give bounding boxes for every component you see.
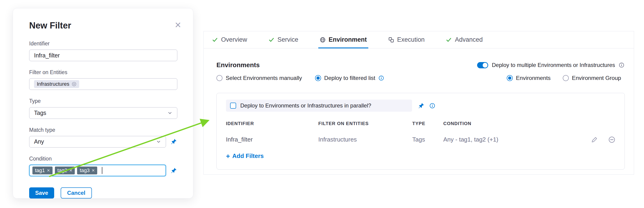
tag-chip-label: tag3: [80, 168, 90, 173]
type-field-group: Type Tags: [29, 98, 177, 118]
entity-chip-label: Infrastructures: [37, 82, 70, 87]
multi-env-toggle[interactable]: [477, 62, 488, 68]
col-header-type: TYPE: [412, 121, 443, 126]
remove-chip-icon[interactable]: [72, 82, 76, 86]
radio-icon[interactable]: [563, 75, 569, 81]
env-scope-radio-group: Environments Environment Group: [507, 75, 621, 81]
tag-chip: tag1 ×: [32, 166, 52, 174]
parallel-deploy-label: Deploy to Environments or Infrastructure…: [240, 102, 371, 109]
radio-deploy-to-filtered-list[interactable]: Deploy to filtered list: [315, 75, 384, 81]
filters-table: IDENTIFIER FILTER ON ENTITIES TYPE CONDI…: [226, 121, 615, 143]
screen: × New Filter Identifier Filter on Entiti…: [0, 0, 644, 208]
stage-config-panel: Overview Service Environment Execution: [204, 31, 634, 175]
table-row-condition: Any - tag1, tag2 (+1): [443, 136, 590, 143]
remove-tag-icon[interactable]: ×: [47, 168, 50, 173]
radio-label: Deploy to filtered list: [324, 75, 376, 81]
tag-chip: tag3 ×: [77, 166, 97, 174]
radio-icon[interactable]: [507, 75, 513, 81]
radio-label: Select Environments manually: [226, 75, 302, 81]
tag-chip: tag2 ×: [55, 166, 75, 174]
match-type-select[interactable]: Any: [29, 136, 166, 148]
condition-field-group: Condition tag1 × tag2 × tag3 ×: [29, 156, 177, 176]
info-icon[interactable]: [619, 62, 624, 68]
table-row-type: Tags: [412, 136, 443, 143]
tab-label: Execution: [397, 36, 425, 43]
filter-on-entities-label: Filter on Entities: [29, 70, 177, 75]
add-filters-label: Add Filters: [232, 152, 264, 160]
check-icon: [268, 37, 274, 43]
match-type-field-group: Match type Any: [29, 127, 177, 148]
table-row-identifier: Infra_filter: [226, 136, 318, 143]
pin-icon[interactable]: [170, 138, 177, 145]
parallel-deploy-bar: Deploy to Environments or Infrastructure…: [226, 100, 412, 112]
cancel-button[interactable]: Cancel: [61, 188, 92, 198]
plus-icon: +: [226, 153, 230, 160]
parallel-deploy-checkbox[interactable]: [230, 102, 236, 109]
radio-label: Environment Group: [572, 75, 621, 81]
type-select-value: Tags: [34, 110, 46, 116]
filters-card: Deploy to Environments or Infrastructure…: [216, 93, 625, 170]
tab-label: Overview: [221, 36, 247, 43]
radio-label: Environments: [516, 75, 551, 81]
identifier-label: Identifier: [29, 41, 177, 46]
col-header-filter-on-entities: FILTER ON ENTITIES: [318, 121, 412, 126]
condition-tags-input[interactable]: tag1 × tag2 × tag3 ×: [29, 165, 166, 176]
remove-tag-icon[interactable]: ×: [70, 168, 72, 173]
col-header-condition: CONDITION: [443, 121, 590, 126]
text-cursor: [102, 167, 102, 174]
tab-label: Advanced: [455, 36, 483, 43]
chevron-down-icon: [156, 139, 161, 144]
tab-service[interactable]: Service: [268, 31, 298, 48]
identifier-input[interactable]: [29, 50, 177, 61]
match-type-select-value: Any: [34, 138, 44, 145]
filter-on-entities-input[interactable]: Infrastructures: [29, 78, 177, 90]
check-icon: [446, 37, 452, 43]
tab-overview[interactable]: Overview: [212, 31, 247, 48]
col-header-identifier: IDENTIFIER: [226, 121, 318, 126]
radio-icon[interactable]: [216, 75, 222, 81]
radio-icon[interactable]: [315, 75, 321, 81]
deploy-mode-radio-group: Select Environments manually Deploy to f…: [216, 75, 384, 81]
tag-chip-label: tag2: [58, 168, 67, 173]
tab-label: Environment: [329, 36, 367, 43]
tab-execution[interactable]: Execution: [388, 31, 425, 48]
type-label: Type: [29, 98, 177, 104]
check-icon: [212, 37, 218, 43]
execution-icon: [388, 37, 394, 43]
toggle-knob: [483, 63, 488, 68]
remove-row-icon[interactable]: [608, 136, 615, 143]
add-filters-button[interactable]: + Add Filters: [226, 152, 264, 160]
tab-environment[interactable]: Environment: [320, 31, 367, 48]
modal-title: New Filter: [29, 21, 177, 30]
multi-env-toggle-group: Deploy to multiple Environments or Infra…: [477, 62, 624, 68]
table-row-filter-on-entities: Infrastructures: [318, 136, 412, 143]
filter-on-entities-field-group: Filter on Entities Infrastructures: [29, 70, 177, 90]
multi-env-toggle-label: Deploy to multiple Environments or Infra…: [492, 62, 615, 68]
identifier-field-group: Identifier: [29, 41, 177, 61]
save-button[interactable]: Save: [29, 188, 54, 198]
edit-icon[interactable]: [591, 136, 598, 143]
info-icon[interactable]: [430, 103, 435, 109]
environment-icon: [320, 37, 326, 43]
table-row-actions: [590, 136, 615, 143]
info-icon[interactable]: [378, 75, 384, 81]
remove-tag-icon[interactable]: ×: [92, 168, 95, 173]
environment-tab-content: Environments Deploy to multiple Environm…: [204, 48, 634, 170]
entity-chip: Infrastructures: [34, 80, 79, 88]
radio-environments[interactable]: Environments: [507, 75, 551, 81]
stage-tabs: Overview Service Environment Execution: [204, 31, 634, 48]
radio-environment-group[interactable]: Environment Group: [563, 75, 621, 81]
new-filter-modal: × New Filter Identifier Filter on Entiti…: [13, 8, 193, 198]
condition-label: Condition: [29, 156, 177, 162]
environments-heading: Environments: [216, 62, 260, 69]
type-select[interactable]: Tags: [29, 107, 177, 119]
pin-icon[interactable]: [418, 102, 424, 109]
match-type-label: Match type: [29, 127, 177, 133]
pin-icon[interactable]: [170, 168, 177, 174]
chevron-down-icon: [167, 110, 172, 116]
tag-chip-label: tag1: [35, 168, 45, 173]
tab-advanced[interactable]: Advanced: [446, 31, 483, 48]
radio-select-environments-manually[interactable]: Select Environments manually: [216, 75, 302, 81]
tab-label: Service: [278, 36, 298, 43]
close-icon[interactable]: ×: [175, 20, 181, 30]
